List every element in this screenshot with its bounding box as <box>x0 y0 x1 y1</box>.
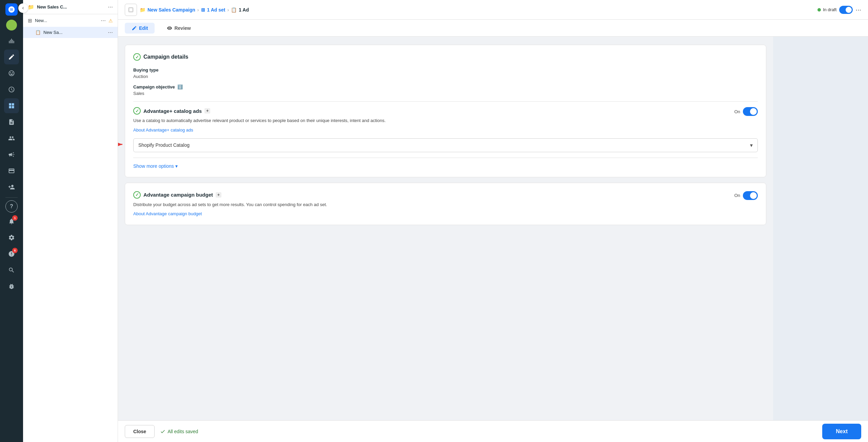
advantage-budget-card: ✓ Advantage campaign budget + Distribute… <box>125 183 766 225</box>
content-wrapper: ✓ Campaign details Buying type Auction C… <box>118 37 868 420</box>
show-more-link[interactable]: Show more options ▾ <box>133 163 758 169</box>
advantage-catalog-row: ✓ Advantage+ catalog ads + Use a catalog… <box>133 107 758 133</box>
campaign-details-title: ✓ Campaign details <box>133 53 758 61</box>
campaign-check-icon: ✓ <box>133 53 141 61</box>
sidebar-item-label-1: New... <box>35 18 98 23</box>
card-divider-2 <box>133 158 758 158</box>
advantage-budget-row: ✓ Advantage campaign budget + Distribute… <box>133 191 758 217</box>
layout-toggle-button[interactable] <box>125 4 137 16</box>
nav-divider-1 <box>5 197 18 198</box>
nav-document-icon[interactable] <box>4 115 19 129</box>
nav-settings-icon[interactable] <box>4 230 19 245</box>
sidebar-ad-icon: 📋 <box>35 30 41 35</box>
red-arrow-annotation <box>118 138 126 153</box>
nav-emoji-icon[interactable] <box>4 66 19 81</box>
advantage-catalog-desc: Use a catalog to automatically advertise… <box>133 117 729 124</box>
sidebar-subitem-more[interactable]: ··· <box>108 29 113 36</box>
catalog-check-icon: ✓ <box>133 107 141 115</box>
campaign-details-card: ✓ Campaign details Buying type Auction C… <box>125 45 766 177</box>
catalog-dropdown-container: Shopify Product Catalog ▾ <box>133 138 758 152</box>
budget-check-icon: ✓ <box>133 191 141 199</box>
budget-plus-badge: + <box>216 192 221 198</box>
catalog-toggle-label: On <box>734 109 740 114</box>
topbar-toggle-switch[interactable] <box>839 6 853 14</box>
breadcrumb-adset-icon: ⊞ <box>201 7 205 13</box>
user-avatar[interactable] <box>6 20 17 31</box>
content-right-panel <box>773 37 868 420</box>
breadcrumb-adset-label: 1 Ad set <box>207 7 225 13</box>
notification-badge: 1 <box>12 215 18 221</box>
breadcrumb-campaign[interactable]: 📁 New Sales Campaign <box>140 7 195 13</box>
advantage-catalog-content: ✓ Advantage+ catalog ads + Use a catalog… <box>133 107 729 133</box>
advantage-catalog-title: ✓ Advantage+ catalog ads + <box>133 107 729 115</box>
sidebar-subitem-label: New Sa... <box>43 30 105 35</box>
campaign-objective-info-icon: ℹ️ <box>177 84 183 89</box>
breadcrumb-sep-1: › <box>197 7 199 13</box>
nav-clock-icon[interactable] <box>4 82 19 97</box>
breadcrumb-campaign-icon: 📁 <box>140 7 145 13</box>
nav-grid-icon[interactable] <box>4 98 19 113</box>
nav-card-icon[interactable] <box>4 163 19 178</box>
sidebar-more-button[interactable]: ··· <box>108 3 113 11</box>
breadcrumb-campaign-label: New Sales Campaign <box>147 7 195 13</box>
sidebar-item-adset[interactable]: ⊞ New... ··· ⚠ <box>23 14 118 27</box>
budget-toggle-label: On <box>734 193 740 198</box>
advantage-budget-title: ✓ Advantage campaign budget + <box>133 191 729 199</box>
nav-search-icon[interactable] <box>4 263 19 278</box>
breadcrumb-adset[interactable]: ⊞ 1 Ad set <box>201 7 225 13</box>
advantage-budget-link[interactable]: About Advantage campaign budget <box>133 211 202 216</box>
topbar-more-button[interactable]: ··· <box>855 6 861 14</box>
meta-logo <box>5 3 18 16</box>
catalog-toggle-switch[interactable] <box>743 107 758 116</box>
campaign-objective-label: Campaign objective ℹ️ <box>133 84 758 89</box>
catalog-dropdown[interactable]: Shopify Product Catalog ▾ <box>133 138 758 152</box>
sidebar-campaign-title: New Sales C... <box>37 4 105 9</box>
advantage-budget-desc: Distribute your budget across ad sets to… <box>133 201 729 208</box>
content-main: ✓ Campaign details Buying type Auction C… <box>118 37 773 420</box>
status-dot <box>817 8 821 12</box>
catalog-plus-badge: + <box>204 108 210 114</box>
advantage-catalog-link[interactable]: About Advantage+ catalog ads <box>133 127 193 133</box>
budget-toggle-switch[interactable] <box>743 191 758 200</box>
nav-notification-icon[interactable]: 1 <box>4 214 19 229</box>
nav-people-icon[interactable] <box>4 131 19 146</box>
show-more-label: Show more options <box>133 163 174 169</box>
footer-bar: Close All edits saved Next <box>118 420 868 442</box>
close-button[interactable]: Close <box>125 425 155 438</box>
catalog-dropdown-value: Shopify Product Catalog <box>138 142 190 148</box>
advantage-budget-toggle-right: On <box>734 191 758 200</box>
breadcrumb-ad-label: 1 Ad <box>239 7 249 13</box>
advantage-budget-content: ✓ Advantage campaign budget + Distribute… <box>133 191 729 217</box>
sidebar-item-warning-1: ⚠ <box>108 18 113 23</box>
sidebar: 📁 New Sales C... ··· ⊞ New... ··· ⚠ 📋 Ne… <box>23 0 118 442</box>
action-bar: Edit Review <box>118 20 868 37</box>
edit-button[interactable]: Edit <box>125 23 155 34</box>
sidebar-subitem-ad[interactable]: 📋 New Sa... ··· <box>23 27 118 38</box>
nav-person-add-icon[interactable] <box>4 180 19 195</box>
nav-debug-icon[interactable] <box>4 279 19 294</box>
nav-close-button[interactable] <box>18 3 28 13</box>
status-label: In draft <box>823 7 836 12</box>
sidebar-adset-icon: ⊞ <box>28 18 32 24</box>
sidebar-header: 📁 New Sales C... ··· <box>23 0 118 14</box>
show-more-arrow: ▾ <box>175 163 178 169</box>
breadcrumb-ad: 📋 1 Ad <box>231 7 249 13</box>
nav-megaphone-icon[interactable] <box>4 147 19 162</box>
buying-type-label: Buying type <box>133 67 758 73</box>
main-area: 📁 New Sales Campaign › ⊞ 1 Ad set › 📋 1 … <box>118 0 868 442</box>
nav-chart-icon[interactable] <box>4 33 19 48</box>
next-button[interactable]: Next <box>822 424 861 439</box>
alert-badge: 6 <box>12 248 18 253</box>
nav-bell-icon[interactable]: 6 <box>4 246 19 261</box>
review-button[interactable]: Review <box>160 23 197 34</box>
status-badge: In draft <box>817 7 836 12</box>
nav-edit-icon[interactable] <box>4 49 19 64</box>
nav-help-icon[interactable]: ? <box>5 200 18 213</box>
topbar: 📁 New Sales Campaign › ⊞ 1 Ad set › 📋 1 … <box>118 0 868 20</box>
campaign-objective-value: Sales <box>133 91 758 96</box>
advantage-catalog-toggle-right: On <box>734 107 758 116</box>
footer-saved-status: All edits saved <box>160 429 198 434</box>
card-divider-1 <box>133 101 758 102</box>
breadcrumb-sep-2: › <box>227 7 229 13</box>
sidebar-item-more-1[interactable]: ··· <box>101 17 106 24</box>
